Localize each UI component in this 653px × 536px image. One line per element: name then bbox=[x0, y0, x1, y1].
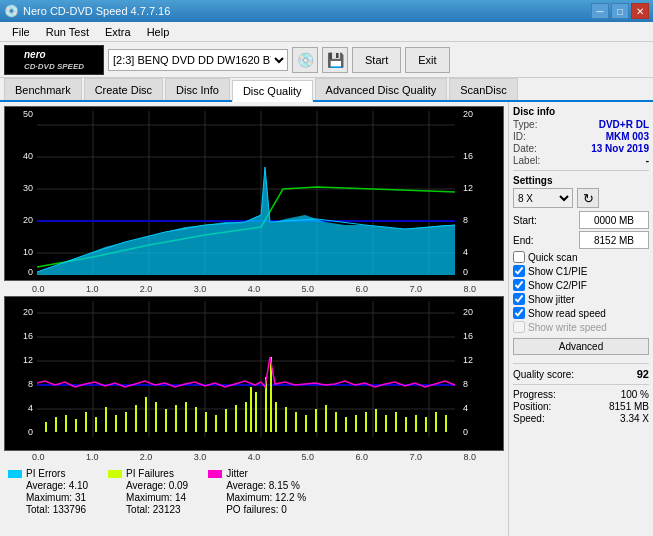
tab-advanced-disc-quality[interactable]: Advanced Disc Quality bbox=[315, 78, 448, 100]
maximize-button[interactable]: □ bbox=[611, 3, 629, 19]
menu-bar: File Run Test Extra Help bbox=[0, 22, 653, 42]
svg-text:4: 4 bbox=[28, 403, 33, 413]
speed-selector[interactable]: 8 X 1 X 2 X 4 X 6 X 12 X bbox=[513, 188, 573, 208]
show-c2pif-checkbox[interactable] bbox=[513, 279, 525, 291]
show-c2pif-label: Show C2/PIF bbox=[528, 280, 587, 291]
show-c1pie-label: Show C1/PIE bbox=[528, 266, 587, 277]
disc-info-title: Disc info bbox=[513, 106, 649, 117]
svg-text:20: 20 bbox=[463, 109, 473, 119]
drive-selector[interactable]: [2:3] BENQ DVD DD DW1620 B7W9 bbox=[108, 49, 288, 71]
svg-rect-58 bbox=[235, 405, 237, 432]
start-input[interactable] bbox=[579, 211, 649, 229]
chart-top-xaxis: 0.01.02.03.04.05.06.07.08.0 bbox=[4, 283, 504, 294]
show-jitter-label: Show jitter bbox=[528, 294, 575, 305]
nero-logo: neroCD·DVD SPEED bbox=[4, 45, 104, 75]
jitter-avg-label: Average: bbox=[226, 480, 266, 491]
svg-rect-56 bbox=[215, 415, 217, 432]
svg-rect-42 bbox=[75, 419, 77, 432]
legend: PI Errors Average: 4.10 Maximum: 31 Tota… bbox=[4, 464, 504, 519]
nero-logo-text: neroCD·DVD SPEED bbox=[24, 49, 84, 71]
svg-rect-43 bbox=[85, 412, 87, 432]
end-input[interactable] bbox=[579, 231, 649, 249]
end-label: End: bbox=[513, 235, 534, 246]
svg-rect-69 bbox=[325, 405, 327, 432]
disc-info-section: Disc info Type: DVD+R DL ID: MKM 003 Dat… bbox=[513, 106, 649, 166]
svg-text:16: 16 bbox=[463, 331, 473, 341]
pi-failures-max-label: Maximum: bbox=[126, 492, 172, 503]
tab-disc-quality[interactable]: Disc Quality bbox=[232, 80, 313, 102]
position-value: 8151 MB bbox=[609, 401, 649, 412]
speed-label: Speed: bbox=[513, 413, 545, 424]
menu-file[interactable]: File bbox=[4, 24, 38, 40]
pi-errors-total-label: Total: bbox=[26, 504, 50, 515]
svg-rect-70 bbox=[335, 412, 337, 432]
svg-text:8: 8 bbox=[28, 379, 33, 389]
show-jitter-checkbox[interactable] bbox=[513, 293, 525, 305]
menu-run-test[interactable]: Run Test bbox=[38, 24, 97, 40]
quick-scan-checkbox[interactable] bbox=[513, 251, 525, 263]
show-write-speed-checkbox[interactable] bbox=[513, 321, 525, 333]
minimize-button[interactable]: ─ bbox=[591, 3, 609, 19]
disc-type-value: DVD+R DL bbox=[599, 119, 649, 130]
show-write-speed-row: Show write speed bbox=[513, 321, 649, 333]
tab-scandisc[interactable]: ScanDisc bbox=[449, 78, 517, 100]
svg-text:0: 0 bbox=[463, 427, 468, 437]
svg-text:16: 16 bbox=[23, 331, 33, 341]
svg-rect-65 bbox=[285, 407, 287, 432]
jitter-avg-val: 8.15 % bbox=[269, 480, 300, 491]
svg-rect-45 bbox=[105, 407, 107, 432]
svg-text:20: 20 bbox=[463, 307, 473, 317]
quick-scan-row: Quick scan bbox=[513, 251, 649, 263]
menu-help[interactable]: Help bbox=[139, 24, 178, 40]
toolbar: neroCD·DVD SPEED [2:3] BENQ DVD DD DW162… bbox=[0, 42, 653, 78]
svg-rect-68 bbox=[315, 409, 317, 432]
svg-text:20: 20 bbox=[23, 307, 33, 317]
pi-failures-avg-label: Average: bbox=[126, 480, 166, 491]
chart-top: 50 40 30 20 10 0 20 16 12 8 4 0 bbox=[4, 106, 504, 281]
svg-text:0: 0 bbox=[463, 267, 468, 277]
svg-rect-71 bbox=[345, 417, 347, 432]
show-read-speed-checkbox[interactable] bbox=[513, 307, 525, 319]
progress-row: Progress: 100 % bbox=[513, 389, 649, 400]
save-icon-button[interactable]: 💾 bbox=[322, 47, 348, 73]
title-bar-text: Nero CD-DVD Speed 4.7.7.16 bbox=[23, 5, 170, 17]
pi-errors-max-val: 31 bbox=[75, 492, 86, 503]
tab-benchmark[interactable]: Benchmark bbox=[4, 78, 82, 100]
pi-failures-max-val: 14 bbox=[175, 492, 186, 503]
divider1 bbox=[513, 170, 649, 171]
disc-id-label: ID: bbox=[513, 131, 526, 142]
show-c1pie-row: Show C1/PIE bbox=[513, 265, 649, 277]
legend-pi-failures: PI Failures Average: 0.09 Maximum: 14 To… bbox=[108, 468, 188, 515]
tab-disc-info[interactable]: Disc Info bbox=[165, 78, 230, 100]
show-jitter-row: Show jitter bbox=[513, 293, 649, 305]
speed-value: 3.34 X bbox=[620, 413, 649, 424]
advanced-button[interactable]: Advanced bbox=[513, 338, 649, 355]
pi-errors-avg-label: Average: bbox=[26, 480, 66, 491]
refresh-button[interactable]: ↻ bbox=[577, 188, 599, 208]
svg-text:12: 12 bbox=[463, 355, 473, 365]
exit-button[interactable]: Exit bbox=[405, 47, 449, 73]
close-button[interactable]: ✕ bbox=[631, 3, 649, 19]
title-bar: 💿 Nero CD-DVD Speed 4.7.7.16 ─ □ ✕ bbox=[0, 0, 653, 22]
app-icon: 💿 bbox=[4, 4, 19, 18]
pi-failures-color bbox=[108, 470, 122, 478]
svg-text:10: 10 bbox=[23, 247, 33, 257]
svg-rect-48 bbox=[135, 405, 137, 432]
tab-create-disc[interactable]: Create Disc bbox=[84, 78, 163, 100]
svg-text:16: 16 bbox=[463, 151, 473, 161]
show-c1pie-checkbox[interactable] bbox=[513, 265, 525, 277]
progress-label: Progress: bbox=[513, 389, 556, 400]
start-button[interactable]: Start bbox=[352, 47, 401, 73]
svg-rect-41 bbox=[65, 415, 67, 432]
settings-title: Settings bbox=[513, 175, 649, 186]
menu-extra[interactable]: Extra bbox=[97, 24, 139, 40]
pi-failures-total-label: Total: bbox=[126, 504, 150, 515]
charts-area: 50 40 30 20 10 0 20 16 12 8 4 0 0.01.02.… bbox=[0, 102, 508, 536]
svg-text:30: 30 bbox=[23, 183, 33, 193]
disc-icon-button[interactable]: 💿 bbox=[292, 47, 318, 73]
svg-rect-57 bbox=[225, 409, 227, 432]
disc-date-label: Date: bbox=[513, 143, 537, 154]
svg-rect-39 bbox=[45, 422, 47, 432]
pi-failures-total-val: 23123 bbox=[153, 504, 181, 515]
svg-rect-74 bbox=[375, 409, 377, 432]
